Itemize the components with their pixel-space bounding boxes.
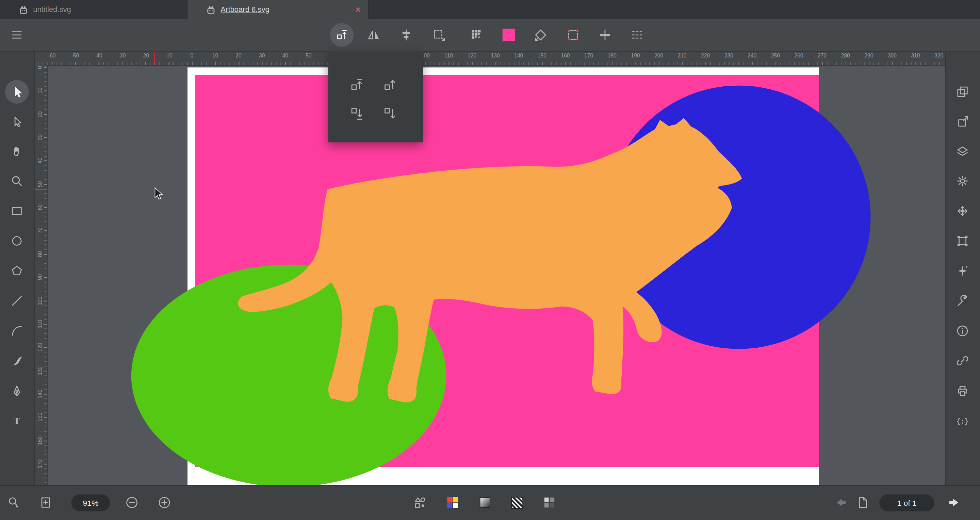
prev-page-button[interactable] — [829, 491, 853, 515]
ruler-label: 80 — [37, 249, 43, 260]
slice-button[interactable] — [593, 23, 617, 47]
zoom-in-button[interactable] — [153, 491, 176, 515]
tool-arc[interactable] — [5, 319, 29, 343]
transform-icon — [956, 115, 969, 128]
shapes-library-button[interactable] — [408, 491, 432, 515]
ruler-label: 310 — [911, 52, 920, 59]
code-panel-button[interactable]: {;} — [951, 409, 975, 433]
marquee-button[interactable] — [561, 23, 585, 47]
zoom-out-button[interactable] — [120, 491, 144, 515]
flip-button[interactable] — [362, 23, 385, 47]
info-panel-button[interactable] — [951, 319, 975, 343]
next-page-button[interactable] — [943, 491, 966, 515]
tool-rectangle[interactable] — [5, 199, 29, 223]
tool-zoom[interactable] — [5, 169, 29, 193]
fill-color-swatch — [502, 28, 515, 42]
raise-button[interactable] — [377, 71, 402, 96]
horizontal-ruler[interactable]: -60-50-40-30-20-100102030405060708090100… — [34, 51, 946, 66]
marquee-icon — [566, 28, 580, 42]
link-panel-button[interactable] — [951, 349, 975, 373]
lower-to-bottom-button[interactable] — [344, 101, 369, 127]
rasterize-icon — [470, 28, 484, 42]
hamburger-icon — [10, 28, 24, 42]
printer-icon — [956, 384, 969, 398]
stroke-style-button[interactable] — [626, 23, 649, 47]
page-button[interactable] — [851, 491, 875, 515]
ruler-tick — [75, 62, 76, 65]
distort-button[interactable] — [529, 23, 553, 47]
layers-panel-button[interactable] — [951, 140, 975, 163]
tool-pen[interactable] — [5, 379, 29, 403]
canvas-svg — [47, 65, 946, 486]
minus-circle-icon — [125, 496, 138, 509]
ruler-label: 160 — [37, 435, 43, 446]
ruler-label: 240 — [748, 52, 756, 59]
ruler-label: 150 — [37, 412, 43, 423]
instances-icon — [542, 496, 556, 509]
tool-node-select[interactable] — [5, 110, 29, 133]
drawing-canvas[interactable] — [47, 65, 946, 486]
zoom-mode-button[interactable] — [2, 491, 26, 515]
fit-zoom-button[interactable] — [34, 491, 57, 515]
duplicate-panel-button[interactable] — [951, 80, 975, 104]
svg-text:T: T — [14, 415, 21, 426]
ruler-tick — [822, 62, 823, 65]
fill-color-button[interactable] — [497, 23, 520, 47]
zoom-level-display[interactable]: 91% — [71, 495, 110, 512]
print-panel-button[interactable] — [951, 379, 975, 403]
tool-polygon[interactable] — [5, 259, 29, 283]
ruler-tick — [44, 464, 47, 465]
rasterize-button[interactable] — [465, 23, 489, 47]
ruler-label: 120 — [37, 342, 43, 353]
ruler-label: 270 — [818, 52, 827, 59]
transform-panel-button[interactable] — [951, 110, 975, 133]
arrange-button[interactable] — [330, 23, 354, 47]
ruler-tick — [239, 62, 239, 65]
ruler-tick — [309, 62, 309, 65]
align-button[interactable] — [395, 23, 418, 47]
settings-panel-button[interactable] — [951, 169, 975, 193]
effects-panel-button[interactable] — [951, 259, 975, 283]
raise-icon — [382, 76, 396, 91]
bounding-box-button[interactable] — [427, 23, 450, 47]
code-icon: {;} — [956, 414, 969, 428]
gradient-button[interactable] — [473, 491, 497, 515]
tab-untitled[interactable]: untitled.svg — [0, 0, 188, 19]
frame-panel-button[interactable] — [951, 229, 975, 253]
ruler-label: 110 — [37, 318, 43, 329]
vertical-ruler[interactable]: 0102030405060708090100110120130140150160… — [34, 65, 48, 486]
ruler-tick — [939, 62, 940, 65]
close-tab-icon[interactable]: × — [356, 5, 361, 14]
symbols-button[interactable] — [538, 491, 562, 515]
palette-button[interactable] — [441, 491, 465, 515]
adjust-panel-button[interactable] — [951, 289, 975, 313]
ruler-label: -30 — [118, 52, 126, 59]
tool-line[interactable] — [5, 289, 29, 313]
menu-button[interactable] — [5, 23, 29, 47]
lower-icon — [382, 107, 396, 121]
raise-to-top-button[interactable] — [344, 71, 369, 96]
ruler-tick — [519, 62, 519, 65]
ruler-label: 190 — [631, 52, 640, 59]
ruler-label: 200 — [654, 52, 663, 59]
ruler-label: 130 — [491, 52, 500, 59]
ruler-tick — [659, 62, 659, 65]
ruler-tick — [44, 324, 47, 325]
tool-pan[interactable] — [5, 140, 29, 163]
app-window: untitled.svg Artboard 6.svg × — [0, 0, 980, 520]
ruler-tick — [635, 62, 636, 65]
hatch-icon — [511, 496, 523, 509]
tab-artboard6[interactable]: Artboard 6.svg × — [188, 0, 369, 19]
tool-ellipse[interactable] — [5, 229, 29, 253]
move-panel-button[interactable] — [951, 199, 975, 223]
bounding-box-icon — [432, 28, 445, 42]
ruler-label: -50 — [72, 52, 79, 59]
hatch-pattern-button[interactable] — [505, 491, 529, 515]
node-select-arrow-icon — [10, 115, 24, 128]
tool-text[interactable]: T — [5, 409, 29, 433]
tool-select[interactable] — [5, 80, 29, 104]
ruler-label: 220 — [701, 52, 710, 59]
tool-brush[interactable] — [5, 349, 29, 373]
ruler-label: 170 — [584, 52, 593, 59]
lower-button[interactable] — [377, 101, 402, 127]
